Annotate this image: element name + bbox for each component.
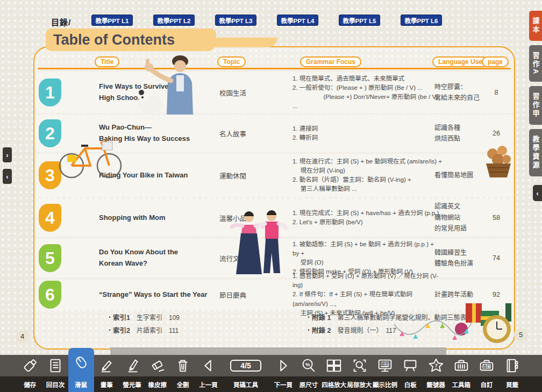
ppt-button-l2[interactable]: 教學PPT L2	[153, 15, 195, 26]
tool-save[interactable]: 儲存	[17, 355, 42, 392]
svg-text:自訂: 自訂	[483, 364, 490, 369]
lesson-title[interactable]: “Strange” Ways to Start the Year	[99, 280, 216, 310]
whiteboard-icon	[401, 355, 419, 376]
notebook-tabs-icon	[503, 355, 521, 376]
tool-custom[interactable]: 自訂自訂	[474, 355, 499, 392]
ppt-button-l5[interactable]: 教學PPT L5	[339, 15, 380, 26]
left-forward-arrow-button[interactable]: ›	[3, 147, 12, 162]
lesson-number-badge: 4	[39, 204, 61, 232]
tool-pen[interactable]: 畫筆	[94, 355, 119, 392]
index-entry[interactable]: ・索引1 生字索引 109	[106, 312, 268, 325]
left-back-arrow-button[interactable]: ‹	[3, 169, 12, 184]
side-tab-習作A[interactable]: 習作A	[529, 45, 542, 82]
tool-label: 工具箱	[452, 376, 471, 392]
tool-label: 原尺寸	[299, 376, 318, 392]
lesson-topic: 運動休閒	[219, 154, 269, 197]
page-title: Table of Contents	[53, 32, 175, 48]
tool-whiteboard[interactable]: 白板	[398, 355, 423, 392]
tool-label: 局部放大	[347, 376, 372, 392]
tool-original-size[interactable]: %原尺寸	[296, 355, 321, 392]
tool-label: 四格放大	[322, 376, 346, 392]
page-indicator-box: 4/5	[230, 355, 261, 376]
svg-text:7: 7	[434, 362, 437, 368]
lesson-number-badge: 1	[39, 79, 61, 106]
tool-next-page[interactable]: 下一頁	[270, 355, 296, 392]
tool-highlighter[interactable]: 螢光筆	[119, 355, 145, 392]
lesson-title[interactable]: Do You Know About theKorean Wave?	[99, 239, 216, 277]
column-header-grammar-focus: Grammar Focus	[300, 56, 361, 67]
tool-delete-all[interactable]: 全刪	[170, 355, 195, 392]
ppt-button-l4[interactable]: 教學PPT L4	[277, 15, 318, 26]
toolbox-icon	[452, 355, 470, 376]
toc-row[interactable]: 4 Shopping with Mom 溫馨小品 1. 現在完成式：主詞 (S)…	[35, 199, 513, 237]
lesson-title[interactable]: Five Ways to SurviveHigh School	[99, 72, 216, 113]
tool-number-picker[interactable]: 7籤號器	[423, 355, 448, 392]
lesson-title[interactable]: Riding Your Bike in Taiwan	[99, 154, 216, 197]
tool-page-number-tool[interactable]: 4/5頁碼工具	[221, 355, 270, 392]
zoom-percent-icon: %	[299, 355, 318, 376]
lesson-title[interactable]: Wu Pao-Chun—Baking His Way to Success	[99, 115, 216, 152]
lesson-page: 74	[485, 239, 508, 277]
lesson-language-use: 時空膠囊：寫給未來的自己	[434, 72, 488, 113]
ppt-button-row: 教學PPT L1教學PPT L2教學PPT L3教學PPT L4教學PPT L5…	[91, 15, 442, 26]
tool-mouse[interactable]: 滑鼠	[68, 348, 94, 392]
ebook-viewer: 目錄/ 教學PPT L1教學PPT L2教學PPT L3教學PPT L4教學PP…	[0, 0, 542, 392]
index-entry[interactable]: ・索引2 片語索引 111	[106, 325, 268, 338]
lesson-topic: 溫馨小品	[219, 199, 269, 237]
toc-row[interactable]: 6 “Strange” Ways to Start the Year 節日慶典 …	[35, 280, 513, 310]
tool-back-to-toc[interactable]: 回目次	[42, 355, 68, 392]
lesson-number-badge: 6	[39, 281, 61, 309]
ppt-button-l3[interactable]: 教學PPT L3	[215, 15, 256, 26]
ppt-button-l6[interactable]: 教學PPT L6	[401, 15, 442, 26]
lesson-number-badge: 2	[39, 119, 61, 147]
tool-page-tabs[interactable]: 頁籤	[500, 355, 525, 392]
lesson-language-use: 看懂簡易地圖	[434, 154, 488, 197]
pen-icon	[97, 355, 116, 376]
title-banner: Table of Contents	[46, 28, 216, 51]
toc-row[interactable]: 3 Riding Your Bike in Taiwan 運動休閒 1. 現在進…	[35, 154, 513, 197]
lesson-title[interactable]: Shopping with Mom	[99, 199, 216, 237]
tool-eraser[interactable]: 橡皮擦	[145, 355, 170, 392]
four-grid-icon	[325, 355, 343, 376]
toc-rows: 1 Five Ways to SurviveHigh School 校園生活 1…	[35, 72, 513, 312]
tool-toolbox[interactable]: 工具箱	[448, 355, 474, 392]
lesson-page: 92	[485, 280, 508, 310]
collapse-tabs-button[interactable]: ‹	[533, 185, 542, 201]
side-tab-課本[interactable]: 課本	[529, 11, 542, 41]
lesson-topic: 名人故事	[219, 115, 269, 152]
trash-icon	[174, 355, 192, 376]
bottom-toolbar: 儲存回目次滑鼠畫筆螢光筆橡皮擦全刪上一頁4/5頁碼工具下一頁%原尺寸四格放大局部…	[0, 355, 542, 392]
side-tab-教學資源[interactable]: 教學資源	[529, 129, 542, 176]
tool-label: 自訂	[481, 376, 493, 392]
side-tab-習作甲[interactable]: 習作甲	[529, 86, 542, 125]
lesson-topic: 校園生活	[219, 72, 269, 113]
toc-row[interactable]: 1 Five Ways to SurviveHigh School 校園生活 1…	[35, 72, 513, 113]
tool-label: 頁籤	[506, 376, 518, 392]
toc-row[interactable]: 2 Wu Pao-Chun—Baking His Way to Success …	[35, 115, 513, 152]
tool-label: 全刪	[177, 376, 189, 392]
tool-label: 滑鼠	[75, 376, 87, 392]
region-zoom-icon	[351, 355, 369, 376]
side-tab-bar: 課本習作A習作甲教學資源	[529, 11, 542, 176]
ppt-button-l1[interactable]: 教學PPT L1	[91, 15, 133, 26]
lesson-topic: 節日慶典	[219, 280, 269, 310]
tool-label: 畫筆	[101, 376, 113, 392]
footnotes: ・索引1 生字索引 109・索引2 片語索引 111 ・附錄 1 第三人稱單數動…	[34, 312, 514, 338]
tool-label: 回目次	[46, 376, 65, 392]
tool-four-pane-zoom[interactable]: 四格放大	[322, 355, 347, 392]
tool-label: 頁碼工具	[233, 376, 258, 392]
tool-region-zoom[interactable]: 局部放大	[347, 355, 372, 392]
column-header-page: page	[482, 56, 509, 67]
page-indicator-value: 4/5	[230, 360, 261, 372]
tool-label: 儲存	[24, 376, 36, 392]
tool-prev-page[interactable]: 上一頁	[196, 355, 221, 392]
star-seven-icon: 7	[427, 355, 445, 376]
appendix-entry[interactable]: ・附錄 1 第三人稱單數動詞字尾變化規則、動詞三態表 112	[305, 312, 510, 325]
tool-display-ratio[interactable]: 固定顯示比例	[372, 355, 397, 392]
tool-label: 上一頁	[199, 376, 218, 392]
tool-label: 顯示比例	[373, 376, 397, 392]
index-list: ・索引1 生字索引 109・索引2 片語索引 111	[106, 312, 268, 338]
column-header-language-use: Language Use	[432, 56, 488, 67]
tool-label: 螢光筆	[123, 376, 141, 392]
appendix-entry[interactable]: ・附錄 2 發音規則（一） 117	[305, 325, 510, 338]
